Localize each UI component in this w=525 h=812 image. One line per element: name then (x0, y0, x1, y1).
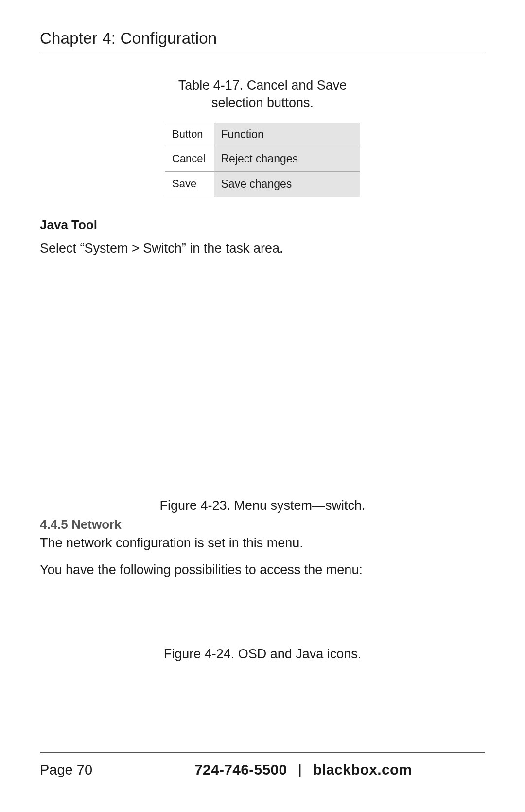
chapter-title: Chapter 4: Configuration (40, 29, 485, 53)
section-4-4-5-p2: You have the following possibilities to … (40, 561, 485, 579)
cell-function: Reject changes (214, 146, 360, 171)
figure-4-23-caption: Figure 4-23. Menu system—switch. (40, 498, 485, 513)
table-row: Save Save changes (165, 171, 360, 197)
table-row: Cancel Reject changes (165, 146, 360, 171)
table-caption-line2: selection buttons. (211, 95, 314, 110)
java-tool-instruction: Select “System > Switch” in the task are… (40, 239, 485, 258)
figure-4-24-placeholder (40, 588, 485, 647)
cell-button: Save (165, 171, 214, 197)
table-header-button: Button (165, 123, 214, 146)
table-4-17-caption: Table 4-17. Cancel and Save selection bu… (40, 76, 485, 112)
cell-button: Cancel (165, 146, 214, 171)
figure-4-24-caption: Figure 4-24. OSD and Java icons. (40, 647, 485, 662)
figure-4-23-placeholder (40, 267, 485, 498)
table-header-function: Function (214, 123, 360, 146)
table-header-row: Button Function (165, 123, 360, 146)
cell-function: Save changes (214, 171, 360, 197)
table-caption-line1: Table 4-17. Cancel and Save (178, 78, 347, 92)
page-number: Page 70 (40, 762, 92, 778)
section-4-4-5-heading: 4.4.5 Network (40, 517, 485, 532)
footer-contact: 724-746-5500 | blackbox.com (194, 761, 412, 778)
page-footer: Page 70 724-746-5500 | blackbox.com (40, 752, 485, 778)
java-tool-heading: Java Tool (40, 217, 485, 233)
footer-site: blackbox.com (313, 761, 412, 777)
document-page: Chapter 4: Configuration Table 4-17. Can… (0, 0, 525, 812)
footer-phone: 724-746-5500 (194, 761, 287, 777)
footer-separator: | (298, 761, 302, 777)
section-4-4-5-p1: The network configuration is set in this… (40, 534, 485, 553)
table-4-17: Button Function Cancel Reject changes Sa… (165, 123, 360, 197)
